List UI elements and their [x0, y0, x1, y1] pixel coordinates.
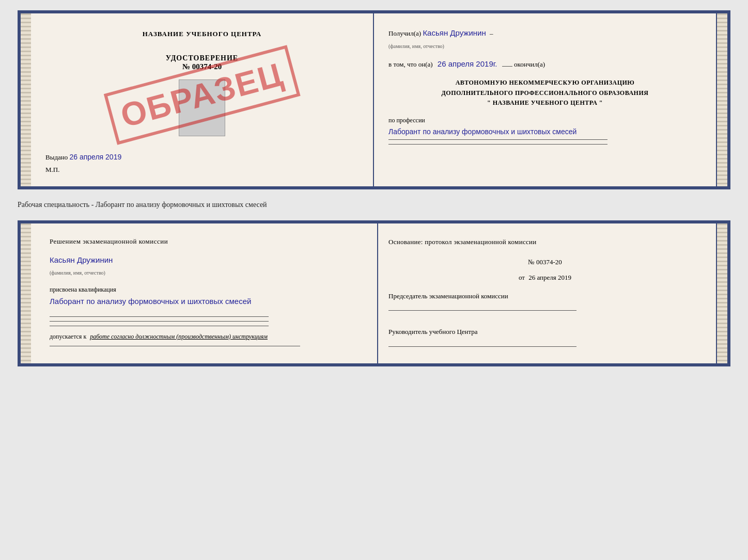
name-sublabel: (фамилия, имя, отчество) — [388, 43, 444, 49]
vtom-line: в том, что он(а) 26 апреля 2019г. окончи… — [388, 57, 702, 71]
qualification-prefix: присвоена квалификация — [50, 284, 363, 295]
bottom-doc-left: Решением экзаменационной комиссии Касьян… — [31, 223, 378, 363]
director-line — [388, 346, 576, 347]
bottom-document: Решением экзаменационной комиссии Касьян… — [18, 220, 730, 366]
chairman-block: Председатель экзаменационной комиссии — [388, 292, 702, 311]
protocol-number-text: № 00374-20 — [528, 258, 562, 266]
received-prefix: Получил(а) — [388, 29, 421, 37]
left-spine — [21, 13, 31, 186]
bottom-right-spine — [717, 223, 727, 363]
mp-label: М.П. — [45, 166, 359, 174]
decision-label: Решением экзаменационной комиссии — [50, 236, 363, 247]
cert-doc-label: УДОСТОВЕРЕНИЕ — [166, 54, 238, 62]
profession-block: по профессии Лаборант по анализу формово… — [388, 115, 702, 145]
protocol-number: № 00374-20 — [388, 256, 702, 268]
org-line2: ДОПОЛНИТЕЛЬНОГО ПРОФЕССИОНАЛЬНОГО ОБРАЗО… — [388, 88, 702, 98]
cert-id-block: УДОСТОВЕРЕНИЕ № 00374-20 — [166, 54, 238, 71]
person-name-block: Касьян Дружинин (фамилия, имя, отчество) — [50, 253, 363, 278]
line2 — [50, 321, 269, 322]
basis-label: Основание: протокол экзаменационной коми… — [388, 236, 702, 248]
vtom-prefix: в том, что он(а) — [388, 60, 433, 68]
top-doc-right: Получил(а) Касьян Дружинин – (фамилия, и… — [374, 13, 717, 186]
line1 — [50, 316, 269, 317]
protocol-date-prefix: от — [519, 274, 525, 281]
vtom-date: 26 апреля 2019г. — [438, 59, 497, 68]
separator-text: Рабочая специальность - Лаборант по анал… — [18, 198, 730, 212]
bottom-left-spine — [21, 223, 31, 363]
right-spine — [717, 13, 727, 186]
org-line1: АВТОНОМНУЮ НЕКОММЕРЧЕСКУЮ ОРГАНИЗАЦИЮ — [388, 78, 702, 88]
cert-issued: Выдано 26 апреля 2019 — [45, 153, 359, 162]
issued-label: Выдано — [45, 153, 68, 161]
org-block: АВТОНОМНУЮ НЕКОММЕРЧЕСКУЮ ОРГАНИЗАЦИЮ ДО… — [388, 78, 702, 108]
chairman-line — [388, 310, 576, 311]
qualification-text: Лаборант по анализу формовочных и шихтов… — [50, 297, 251, 306]
top-document: НАЗВАНИЕ УЧЕБНОГО ЦЕНТРА ОБРАЗЕЦ УДОСТОВ… — [18, 10, 730, 189]
cert-photo-placeholder — [179, 79, 225, 136]
profession-prefix: по профессии — [388, 115, 702, 126]
cert-stamp-area: ОБРАЗЕЦ УДОСТОВЕРЕНИЕ № 00374-20 — [45, 43, 359, 147]
profession-text: Лаборант по анализу формовочных и шихтов… — [388, 126, 702, 137]
received-line: Получил(а) Касьян Дружинин – (фамилия, и… — [388, 26, 702, 52]
received-name: Касьян Дружинин — [423, 28, 486, 37]
cert-doc-number: № 00374-20 — [166, 62, 238, 71]
line3 — [50, 326, 269, 326]
allowed-divider — [50, 346, 300, 346]
chairman-label: Председатель экзаменационной комиссии — [388, 292, 702, 301]
director-label: Руководитель учебного Центра — [388, 327, 702, 337]
director-block: Руководитель учебного Центра — [388, 327, 702, 346]
qualification-block: присвоена квалификация Лаборант по анали… — [50, 284, 363, 308]
protocol-date-text: 26 апреля 2019 — [528, 274, 571, 281]
bottom-doc-right: Основание: протокол экзаменационной коми… — [378, 223, 717, 363]
dividers-block — [50, 316, 363, 326]
vtom-suffix: окончил(а) — [514, 60, 545, 68]
name-sublabel-bottom: (фамилия, имя, отчество) — [50, 270, 105, 276]
allowed-text: работе согласно должностным (производств… — [90, 333, 268, 340]
protocol-date: от 26 апреля 2019 — [388, 271, 702, 283]
person-name: Касьян Дружинин — [50, 255, 113, 264]
allowed-prefix: допускается к — [50, 333, 86, 340]
allowed-block: допускается к работе согласно должностны… — [50, 331, 363, 342]
org-line3: " НАЗВАНИЕ УЧЕБНОГО ЦЕНТРА " — [388, 98, 702, 108]
issued-date: 26 апреля 2019 — [70, 153, 122, 161]
top-doc-left: НАЗВАНИЕ УЧЕБНОГО ЦЕНТРА ОБРАЗЕЦ УДОСТОВ… — [31, 13, 374, 186]
profession-divider — [388, 139, 607, 140]
profession-divider2 — [388, 144, 607, 145]
cert-title: НАЗВАНИЕ УЧЕБНОГО ЦЕНТРА — [45, 30, 359, 38]
